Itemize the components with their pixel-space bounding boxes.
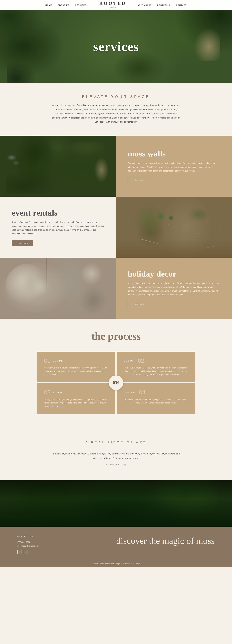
process-step-4-body: Rooted Wonders will handle the delivery … [124,398,188,405]
hero-hand [191,25,221,61]
moss-walls-cta[interactable]: Learn more [128,177,149,183]
forest-background [0,480,232,527]
process-step-4-title: INSTALL [124,391,137,394]
process-step-3-header: 03 BUILD [44,389,108,396]
event-rentals-title: event rentals [11,208,105,218]
footer-email[interactable]: info@rootedwonders.com [17,544,61,548]
process-grid: 01 SCOPE Our team will do a thorough con… [36,351,196,414]
instagram-icon[interactable]: □ [17,550,21,554]
testimonial-section: A REAL PIECE OF ART "I always enjoy goin… [0,426,232,480]
process-step-2-num: 02 [138,358,144,364]
process-center-logo: RW [109,376,123,390]
moss-walls-section: moss walls Our maintenance-free moss wal… [0,136,232,197]
nav-services-link[interactable]: SERVICES [75,4,86,6]
process-step-4-num: 04 [139,389,146,396]
hero-section: services [0,10,232,83]
testimonial-quote: "I always enjoy going to the beach so ha… [51,452,181,460]
navigation: HOME ABOUT US SERVICES ROOTED wonders FL… [0,0,232,10]
process-title: the process [17,330,215,342]
footer-tagline: discover the magic of moss [61,535,215,546]
event-rentals-body: Rooted Wonders offers maintenance-free m… [11,220,105,236]
testimonial-author: - Trusty (Ifrah Law) [29,463,203,466]
event-rentals-image [116,197,232,258]
process-step-3-num: 03 [44,389,51,396]
process-step-1-header: 01 SCOPE [44,358,108,364]
process-step-1: 01 SCOPE Our team will do a thorough con… [37,352,116,382]
footer-right: discover the magic of moss [61,535,215,546]
process-step-3: 03 BUILD Once you've finalized your desi… [37,383,116,414]
footer-contact-title: CONTACT US [17,535,61,538]
nav-home[interactable]: HOME [45,4,52,6]
moss-walls-img-bg [0,136,116,197]
process-step-1-title: SCOPE [53,360,63,362]
holiday-decor-body: Add a festive ambiance to your corporate… [128,281,221,297]
footer-left: CONTACT US (808) 366-6590 info@rootedwon… [17,535,61,554]
copyright-text: ©2024 Rooted Wonders Web Design by Matth… [92,563,140,564]
nav-services-dropdown[interactable]: SERVICES [75,4,88,6]
moss-walls-content: moss walls Our maintenance-free moss wal… [116,136,232,197]
moss-walls-body: Our maintenance-free moss walls create a… [128,161,221,173]
hero-title: services [93,39,139,54]
process-step-1-body: Our team will do a thorough consultation… [44,366,108,376]
nav-why-moss[interactable]: WHY MOSS? [138,4,151,6]
footer-social: □ in [17,550,61,554]
event-rentals-content: event rentals Rooted Wonders offers main… [0,197,116,258]
elevate-section: ELEVATE YOUR SPACE At Rooted Wonders, we… [0,83,232,136]
linkedin-icon[interactable]: in [24,550,28,554]
process-step-4: INSTALL 04 Rooted Wonders will handle th… [116,383,195,414]
process-step-2-title: DESIGN [124,360,136,362]
holiday-decor-image [0,258,116,319]
elevate-body: At Rooted Wonders, we offer a diverse ra… [51,103,181,124]
footer: CONTACT US (808) 366-6590 info@rootedwon… [0,527,232,560]
nav-about[interactable]: ABOUT US [58,4,69,6]
process-logo-text: RW [113,380,119,385]
holiday-decor-title: holiday decor [128,269,221,278]
hero-decoration-tl [0,10,43,39]
holiday-decor-cta[interactable]: Learn more [128,301,149,307]
process-step-3-title: BUILD [53,391,62,394]
holiday-decor-content: holiday decor Add a festive ambiance to … [116,258,232,319]
holiday-img-bg [0,258,116,319]
event-rentals-cta[interactable]: Learn more [11,240,33,246]
event-rentals-img-bg [116,197,232,258]
logo-tagline: FLORAL & DESIGN [104,8,122,10]
elevate-heading: ELEVATE YOUR SPACE [43,94,189,99]
moss-walls-image [0,136,116,197]
nav-logo: ROOTED wonders FLORAL & DESIGN [99,0,126,10]
logo-main: ROOTED [99,0,126,6]
logo-sub: wonders [109,6,116,8]
process-step-2: DESIGN 02 Two FREE in-house renderings w… [116,352,195,382]
testimonial-heading: A REAL PIECE OF ART [29,440,203,444]
event-rentals-section: event rentals Rooted Wonders offers main… [0,197,232,258]
nav-portfolio[interactable]: PORTFOLIO [157,4,170,6]
copyright-bar: ©2024 Rooted Wonders Web Design by Matth… [0,560,232,567]
process-step-2-header: DESIGN 02 [124,358,188,364]
process-section: the process 01 SCOPE Our team will do a … [0,319,232,426]
nav-contact[interactable]: CONTACT [176,4,187,6]
footer-contact-info: (808) 366-6590 info@rootedwonders.com [17,540,61,548]
process-step-1-num: 01 [44,358,51,364]
process-step-3-body: Once you've finalized your design, we wi… [44,398,108,408]
holiday-decor-section: holiday decor Add a festive ambiance to … [0,258,232,319]
hero-decoration-bl [7,61,36,83]
process-step-4-header: INSTALL 04 [124,389,188,396]
footer-phone[interactable]: (808) 366-6590 [17,540,61,544]
forest-banner [0,480,232,527]
moss-walls-title: moss walls [128,149,221,158]
process-step-2-body: Two FREE in-house renderings will be pro… [124,366,188,376]
